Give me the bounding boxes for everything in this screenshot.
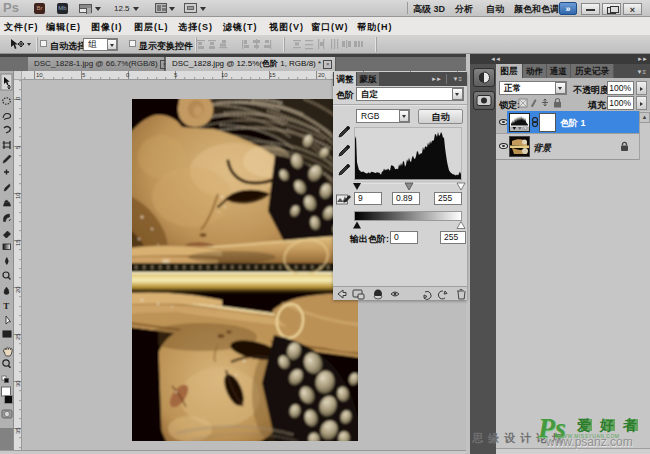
svg-text:T: T — [3, 301, 9, 311]
